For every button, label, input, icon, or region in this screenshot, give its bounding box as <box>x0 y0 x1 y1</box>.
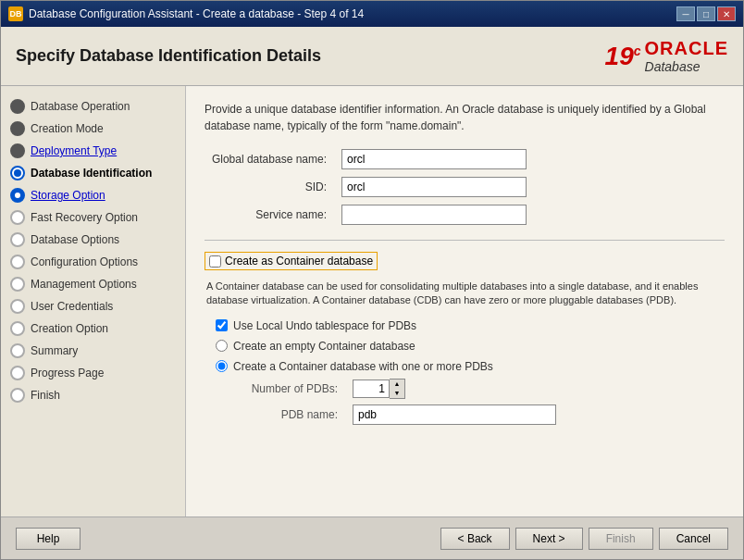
sidebar-label-database-identification: Database Identification <box>31 167 152 180</box>
sidebar-item-user-credentials: User Credentials <box>1 295 185 317</box>
num-pdbs-input[interactable] <box>353 380 390 398</box>
page-title: Specify Database Identification Details <box>16 46 321 66</box>
sidebar-label-database-options: Database Options <box>31 233 119 246</box>
empty-container-radio[interactable] <box>216 340 228 352</box>
container-checkbox[interactable] <box>209 255 221 268</box>
step-dot-fast-recovery-option <box>10 210 25 225</box>
sidebar-item-database-operation: Database Operation <box>1 95 185 118</box>
sidebar-label-finish: Finish <box>31 389 60 402</box>
with-pdbs-row: Create a Container database with one or … <box>216 360 725 373</box>
sidebar-label-user-credentials: User Credentials <box>31 300 113 313</box>
sidebar-item-progress-page: Progress Page <box>1 362 185 384</box>
use-local-undo-checkbox[interactable] <box>216 319 228 331</box>
sidebar-item-configuration-options: Configuration Options <box>1 251 185 273</box>
maximize-button[interactable]: □ <box>697 6 715 21</box>
step-dot-creation-mode <box>10 121 25 136</box>
step-dot-user-credentials <box>10 299 25 314</box>
sidebar-label-database-operation: Database Operation <box>31 100 130 113</box>
sidebar-label-configuration-options: Configuration Options <box>31 255 138 268</box>
sidebar-label-creation-option: Creation Option <box>31 322 108 335</box>
spinner-buttons: ▲ ▼ <box>390 379 405 399</box>
cancel-button[interactable]: Cancel <box>659 528 728 550</box>
num-pdbs-decrement[interactable]: ▼ <box>390 389 404 398</box>
sidebar-item-creation-option: Creation Option <box>1 317 185 340</box>
use-local-undo-label: Use Local Undo tablespace for PDBs <box>233 319 416 332</box>
sidebar-item-deployment-type[interactable]: Deployment Type <box>1 140 185 162</box>
step-dot-finish <box>10 388 25 403</box>
footer-right: < Back Next > Finish Cancel <box>440 528 728 550</box>
title-bar-controls: ─ □ ✕ <box>676 6 736 21</box>
oracle-version: 19c <box>605 42 641 71</box>
sidebar-label-summary: Summary <box>31 344 78 357</box>
pdb-name-input[interactable] <box>353 404 556 425</box>
step-dot-creation-option <box>10 321 25 336</box>
sidebar-item-creation-mode: Creation Mode <box>1 118 185 140</box>
container-checkbox-label: Create as Container database <box>225 255 373 268</box>
sidebar-item-management-options: Management Options <box>1 273 185 295</box>
num-pdbs-increment[interactable]: ▲ <box>390 380 404 389</box>
title-bar-left: DB Database Configuration Assistant - Cr… <box>8 6 364 21</box>
container-checkbox-container: Create as Container database <box>205 252 378 270</box>
sidebar-label-management-options: Management Options <box>31 278 137 291</box>
main-window: DB Database Configuration Assistant - Cr… <box>0 0 744 560</box>
oracle-brand: ORACLE <box>645 38 728 59</box>
description-text: Provide a unique database identifier inf… <box>205 101 725 134</box>
window-title: Database Configuration Assistant - Creat… <box>29 7 364 20</box>
step-dot-deployment-type <box>10 143 25 158</box>
service-name-label: Service name: <box>205 208 334 221</box>
with-pdbs-label: Create a Container database with one or … <box>233 360 493 373</box>
pdb-options-grid: Number of PDBs: ▲ ▼ PDB name: <box>216 379 725 425</box>
num-pdbs-spinner: ▲ ▼ <box>353 379 408 399</box>
step-dot-progress-page <box>10 366 25 380</box>
sidebar-item-summary: Summary <box>1 340 185 362</box>
container-options: Use Local Undo tablespace for PDBs Creat… <box>216 319 725 373</box>
form-grid: Global database name: SID: Service name: <box>205 149 725 225</box>
content-area: Provide a unique database identifier inf… <box>186 86 743 516</box>
oracle-text: ORACLE Database <box>645 38 728 74</box>
sidebar: Database Operation Creation Mode Deploym… <box>1 86 186 516</box>
global-db-name-label: Global database name: <box>205 153 334 166</box>
step-dot-summary <box>10 343 25 358</box>
finish-button[interactable]: Finish <box>589 528 653 550</box>
step-dot-management-options <box>10 277 25 292</box>
global-db-name-input[interactable] <box>341 149 527 169</box>
with-pdbs-radio[interactable] <box>216 360 228 372</box>
app-icon: DB <box>8 6 23 21</box>
sidebar-item-database-identification: Database Identification <box>1 162 185 184</box>
pdb-name-label: PDB name: <box>216 408 345 421</box>
empty-container-row: Create an empty Container database <box>216 340 725 353</box>
sidebar-item-fast-recovery-option: Fast Recovery Option <box>1 206 185 229</box>
help-button[interactable]: Help <box>16 528 81 550</box>
header-area: Specify Database Identification Details … <box>1 27 743 86</box>
oracle-product: Database <box>645 59 701 74</box>
container-description: A Container database can be used for con… <box>206 280 725 308</box>
main-content: Database Operation Creation Mode Deploym… <box>1 86 743 516</box>
sidebar-item-database-options: Database Options <box>1 229 185 251</box>
footer-left: Help <box>16 528 81 550</box>
step-dot-database-operation <box>10 99 25 114</box>
sid-label: SID: <box>205 180 334 193</box>
next-button[interactable]: Next > <box>515 528 583 550</box>
step-dot-configuration-options <box>10 255 25 269</box>
sidebar-label-deployment-type: Deployment Type <box>31 144 117 157</box>
title-bar: DB Database Configuration Assistant - Cr… <box>1 1 743 27</box>
step-dot-storage-option <box>10 188 25 203</box>
use-local-undo-row: Use Local Undo tablespace for PDBs <box>216 319 725 332</box>
step-dot-database-options <box>10 232 25 247</box>
oracle-logo: 19c ORACLE Database <box>605 38 728 74</box>
sidebar-label-creation-mode: Creation Mode <box>31 122 104 135</box>
step-dot-database-identification <box>10 166 25 180</box>
sidebar-label-progress-page: Progress Page <box>31 367 104 380</box>
back-button[interactable]: < Back <box>440 528 510 550</box>
minimize-button[interactable]: ─ <box>676 6 695 21</box>
num-pdbs-label: Number of PDBs: <box>216 382 345 395</box>
sidebar-label-fast-recovery-option: Fast Recovery Option <box>31 211 138 224</box>
divider <box>205 240 725 241</box>
sid-input[interactable] <box>341 177 527 197</box>
sidebar-label-storage-option: Storage Option <box>31 189 105 202</box>
service-name-input[interactable] <box>341 205 527 225</box>
empty-container-label: Create an empty Container database <box>233 340 415 353</box>
footer: Help < Back Next > Finish Cancel <box>1 516 743 559</box>
sidebar-item-storage-option[interactable]: Storage Option <box>1 184 185 206</box>
close-button[interactable]: ✕ <box>717 6 736 21</box>
